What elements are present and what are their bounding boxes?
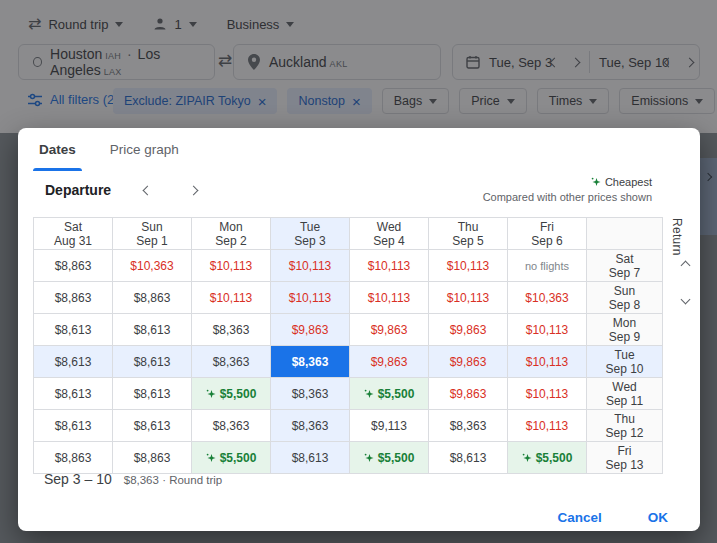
date-grid: SatAug 31SunSep 1MonSep 2TueSep 3WedSep … — [33, 217, 663, 474]
price-cell[interactable]: $10,363 — [113, 250, 192, 282]
price-cell[interactable]: $10,113 — [350, 250, 429, 282]
grid-row-header: TueSep 10 — [587, 346, 663, 378]
price-cell[interactable]: $9,863 — [350, 314, 429, 346]
price-cell[interactable]: $8,363 — [192, 314, 271, 346]
scroll-up-button[interactable] — [676, 256, 694, 274]
price-cell[interactable]: $10,363 — [508, 282, 587, 314]
cheapest-sparkle-icon — [364, 453, 374, 463]
price-cell[interactable]: $9,863 — [429, 378, 508, 410]
price-cell[interactable]: $8,363 — [271, 410, 350, 442]
tab-price-graph[interactable]: Price graph — [104, 128, 185, 171]
price-cell[interactable]: $10,113 — [271, 250, 350, 282]
price-cell[interactable]: $10,113 — [271, 282, 350, 314]
price-cell[interactable]: $5,500 — [508, 442, 587, 474]
price-cell[interactable]: $8,613 — [113, 346, 192, 378]
price-cell[interactable]: $8,613 — [34, 378, 113, 410]
cancel-button[interactable]: Cancel — [539, 500, 619, 535]
next-week-button[interactable] — [183, 180, 203, 200]
grid-col-header: FriSep 6 — [508, 218, 587, 250]
price-cell[interactable]: $8,613 — [113, 410, 192, 442]
cheapest-sparkle-icon — [591, 177, 601, 187]
price-cell[interactable]: $10,113 — [350, 282, 429, 314]
no-flights-cell: no flights — [508, 250, 587, 282]
price-cell[interactable]: $9,863 — [429, 346, 508, 378]
price-cell[interactable]: $8,363 — [192, 410, 271, 442]
price-cell[interactable]: $8,863 — [113, 282, 192, 314]
price-cell[interactable]: $8,613 — [34, 314, 113, 346]
price-cell[interactable]: $9,113 — [350, 410, 429, 442]
price-cell[interactable]: $8,863 — [34, 442, 113, 474]
departure-label: Departure — [45, 182, 111, 198]
cheapest-sparkle-icon — [206, 453, 216, 463]
price-cell[interactable]: $10,113 — [508, 410, 587, 442]
grid-row-header: SunSep 8 — [587, 282, 663, 314]
price-cell[interactable]: $8,363 — [192, 346, 271, 378]
cheapest-sparkle-icon — [522, 453, 532, 463]
grid-col-header: SatAug 31 — [34, 218, 113, 250]
price-cell[interactable]: $5,500 — [350, 378, 429, 410]
grid-row-header: FriSep 13 — [587, 442, 663, 474]
scroll-down-button[interactable] — [676, 290, 694, 308]
price-cell[interactable]: $8,363 — [271, 346, 350, 378]
price-cell[interactable]: $10,113 — [508, 346, 587, 378]
prev-week-button[interactable] — [137, 180, 157, 200]
price-cell[interactable]: $8,613 — [34, 346, 113, 378]
price-cell[interactable]: $8,363 — [271, 378, 350, 410]
grid-row-header: SatSep 7 — [587, 250, 663, 282]
price-cell[interactable]: $8,363 — [429, 410, 508, 442]
grid-col-header: ThuSep 5 — [429, 218, 508, 250]
price-cell[interactable]: $9,863 — [271, 314, 350, 346]
grid-col-header: MonSep 2 — [192, 218, 271, 250]
cheapest-sparkle-icon — [364, 389, 374, 399]
price-cell[interactable]: $8,863 — [34, 282, 113, 314]
price-cell[interactable]: $8,613 — [34, 410, 113, 442]
grid-corner-cell — [587, 218, 663, 250]
price-cell[interactable]: $10,113 — [429, 282, 508, 314]
price-cell[interactable]: $10,113 — [508, 314, 587, 346]
price-cell[interactable]: $8,863 — [34, 250, 113, 282]
grid-col-header: TueSep 3 — [271, 218, 350, 250]
date-range: Sep 3 – 10 — [44, 471, 112, 487]
summary-price: $8,363 · Round trip — [124, 474, 222, 486]
grid-col-header: WedSep 4 — [350, 218, 429, 250]
price-cell[interactable]: $5,500 — [350, 442, 429, 474]
grid-row-header: WedSep 11 — [587, 378, 663, 410]
price-cell[interactable]: $10,113 — [192, 282, 271, 314]
grid-row-header: MonSep 9 — [587, 314, 663, 346]
cheapest-label: Cheapest — [605, 176, 652, 188]
compare-note: Compared with other prices shown — [483, 191, 652, 203]
selection-summary: Sep 3 – 10 $8,363 · Round trip — [44, 471, 222, 487]
cheapest-legend: Cheapest Compared with other prices show… — [483, 176, 652, 203]
grid-col-header: SunSep 1 — [113, 218, 192, 250]
price-cell[interactable]: $10,113 — [508, 378, 587, 410]
tab-dates[interactable]: Dates — [33, 128, 82, 171]
return-axis-label: Return — [670, 218, 684, 256]
cheapest-sparkle-icon — [206, 389, 216, 399]
price-cell[interactable]: $10,113 — [429, 250, 508, 282]
price-cell[interactable]: $5,500 — [192, 378, 271, 410]
price-cell[interactable]: $9,863 — [350, 346, 429, 378]
price-cell[interactable]: $5,500 — [192, 442, 271, 474]
price-cell[interactable]: $8,613 — [113, 314, 192, 346]
grid-row-header: ThuSep 12 — [587, 410, 663, 442]
price-cell[interactable]: $8,613 — [113, 378, 192, 410]
date-grid-dialog: Dates Price graph Departure Cheapest Com… — [18, 128, 700, 531]
departure-nav: Departure — [45, 180, 203, 200]
dialog-tabs: Dates Price graph — [33, 128, 185, 171]
flights-page: ⇄ Round trip 1 Business HoustonIAH · Los… — [0, 0, 717, 543]
price-cell[interactable]: $8,613 — [429, 442, 508, 474]
price-cell[interactable]: $8,863 — [113, 442, 192, 474]
dialog-actions: Cancel OK — [539, 500, 686, 535]
ok-button[interactable]: OK — [630, 500, 686, 535]
price-cell[interactable]: $8,613 — [271, 442, 350, 474]
price-cell[interactable]: $9,863 — [429, 314, 508, 346]
price-cell[interactable]: $10,113 — [192, 250, 271, 282]
